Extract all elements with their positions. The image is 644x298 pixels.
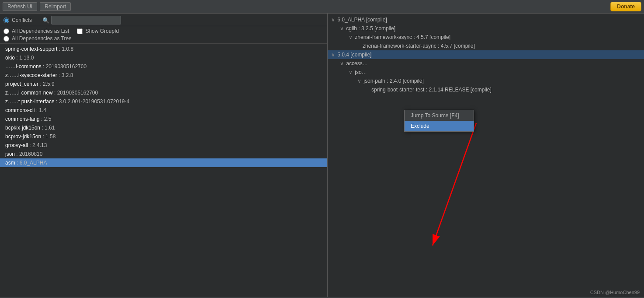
- dependency-list: spring-context-support : 1.0.8okio : 1.1…: [0, 44, 327, 297]
- list-item[interactable]: bcprov-jdk15on : 1.58: [0, 132, 327, 141]
- exclude-item[interactable]: Exclude: [405, 121, 474, 131]
- search-input[interactable]: [51, 16, 121, 25]
- all-list-radio[interactable]: [3, 28, 9, 34]
- tree-item[interactable]: ∨ json-path : 2.4.0 [compile]: [328, 77, 644, 85]
- options-row: Conflicts 🔍: [0, 14, 327, 26]
- tree-item[interactable]: ∨ 6.0_ALPHA [compile]: [328, 15, 644, 24]
- tree-item[interactable]: ∨ jso…: [328, 68, 644, 77]
- toolbar: Refresh UI Reimport Donate: [0, 0, 644, 14]
- list-item[interactable]: json : 20160810: [0, 150, 327, 158]
- show-groupid-checkbox[interactable]: [77, 28, 83, 34]
- list-item[interactable]: spring-context-support : 1.0.8: [0, 45, 327, 53]
- context-menu: Jump To Source [F4] Exclude: [404, 110, 474, 132]
- donate-button[interactable]: Donate: [610, 2, 641, 11]
- show-groupid-row[interactable]: Show GroupId: [77, 28, 119, 34]
- refresh-button[interactable]: Refresh UI: [3, 2, 37, 11]
- list-item[interactable]: commons-cli : 1.4: [0, 106, 327, 115]
- tree-item[interactable]: ∨ 5.0.4 [compile]: [328, 50, 644, 59]
- all-tree-label: All Dependencies as Tree: [12, 35, 72, 42]
- all-list-radio-row[interactable]: All Dependencies as List Show GroupId: [3, 28, 324, 34]
- list-item[interactable]: project_center : 2.5.9: [0, 80, 327, 88]
- all-list-label: All Dependencies as List: [12, 28, 69, 34]
- list-item[interactable]: commons-lang : 2.5: [0, 115, 327, 123]
- conflicts-radio-row[interactable]: Conflicts: [3, 17, 32, 23]
- search-icon: 🔍: [42, 17, 49, 24]
- show-groupid-label: Show GroupId: [85, 28, 119, 34]
- all-tree-radio-row[interactable]: All Dependencies as Tree: [3, 35, 324, 42]
- main-area: Conflicts 🔍 All Dependencies as List Sho…: [0, 14, 644, 297]
- all-tree-radio[interactable]: [3, 36, 9, 42]
- tree-item[interactable]: ∨ zhenai-framework-async : 4.5.7 [compil…: [328, 33, 644, 42]
- tree-item[interactable]: zhenai-framework-starter-async : 4.5.7 […: [328, 42, 644, 50]
- conflicts-radio[interactable]: [3, 18, 9, 23]
- left-panel: Conflicts 🔍 All Dependencies as List Sho…: [0, 14, 328, 297]
- list-item[interactable]: z……i-syscode-starter : 3.2.8: [0, 71, 327, 80]
- list-item[interactable]: asm : 6.0_ALPHA: [0, 158, 327, 167]
- footer: CSDN @HumoChen99: [586, 288, 644, 297]
- list-item[interactable]: ……i-commons : 20190305162700: [0, 62, 327, 71]
- list-item[interactable]: z……t push-interface : 3.0.2.001-20190531…: [0, 97, 327, 106]
- conflicts-label: Conflicts: [12, 17, 32, 23]
- list-item[interactable]: groovy-all : 2.4.13: [0, 141, 327, 150]
- list-item[interactable]: bcpkix-jdk15on : 1.61: [0, 123, 327, 132]
- right-panel: ∨ 6.0_ALPHA [compile]∨ cglib : 3.2.5 [co…: [328, 14, 644, 297]
- list-item[interactable]: z……i-common-new : 20190305162700: [0, 88, 327, 97]
- list-item[interactable]: okio : 1.13.0: [0, 53, 327, 62]
- jump-to-source-item[interactable]: Jump To Source [F4]: [405, 110, 474, 121]
- tree-item[interactable]: ∨ cglib : 3.2.5 [compile]: [328, 24, 644, 33]
- reimport-button[interactable]: Reimport: [40, 2, 71, 11]
- tree-item[interactable]: ∨ access…: [328, 59, 644, 68]
- tree-area: ∨ 6.0_ALPHA [compile]∨ cglib : 3.2.5 [co…: [328, 14, 644, 297]
- tree-item[interactable]: spring-boot-starter-test : 2.1.14.RELEAS…: [328, 85, 644, 94]
